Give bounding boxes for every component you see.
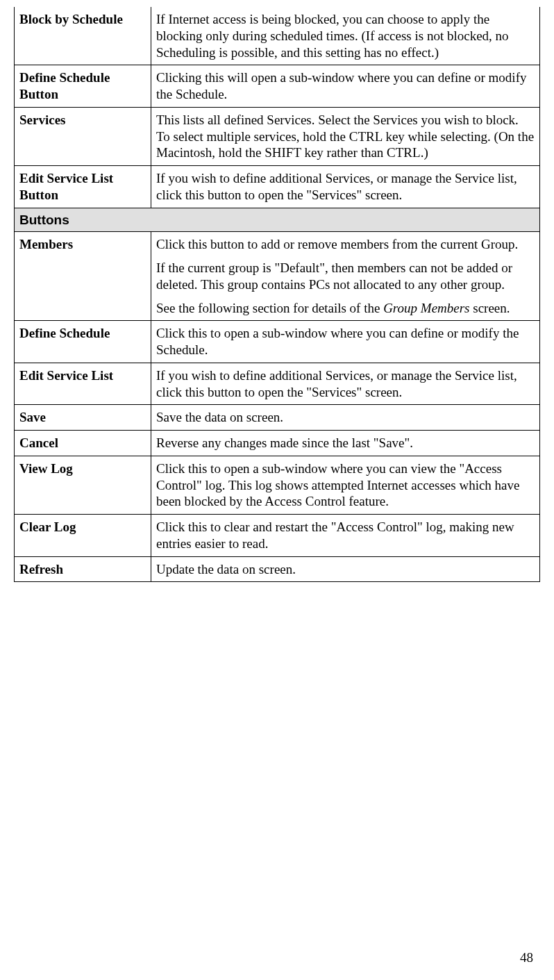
desc-paragraph: Click this button to add or remove membe… <box>156 236 535 253</box>
desc-paragraph: If the current group is "Default", then … <box>156 260 535 293</box>
row-description: Save the data on screen. <box>151 405 540 431</box>
table-row: ServicesThis lists all defined Services.… <box>15 107 540 165</box>
definition-table: Block by ScheduleIf Internet access is b… <box>14 7 540 582</box>
row-label: Members <box>15 232 151 321</box>
row-label: Define Schedule <box>15 321 151 363</box>
table-row: View LogClick this to open a sub-window … <box>15 456 540 514</box>
table-row: Block by ScheduleIf Internet access is b… <box>15 7 540 65</box>
table-row: SaveSave the data on screen. <box>15 405 540 431</box>
row-label: View Log <box>15 456 151 514</box>
table-row: Define ScheduleClick this to open a sub-… <box>15 321 540 363</box>
table-row: Edit Service ListIf you wish to define a… <box>15 363 540 405</box>
row-label: Define Schedule Button <box>15 65 151 108</box>
table-row: RefreshUpdate the data on screen. <box>15 556 540 582</box>
row-label: Edit Service List Button <box>15 166 151 208</box>
row-description: This lists all defined Services. Select … <box>151 107 540 165</box>
row-label: Edit Service List <box>15 363 151 405</box>
section-row: Buttons <box>15 208 540 232</box>
row-label: Save <box>15 405 151 431</box>
table-row: Edit Service List ButtonIf you wish to d… <box>15 166 540 208</box>
row-description: Click this button to add or remove membe… <box>151 232 540 321</box>
row-label: Services <box>15 107 151 165</box>
table-row: Members Click this button to add or remo… <box>15 232 540 321</box>
section-header: Buttons <box>15 208 540 232</box>
row-description: Click this to open a sub-window where yo… <box>151 321 540 363</box>
row-description: Click this to open a sub-window where yo… <box>151 456 540 514</box>
row-label: Clear Log <box>15 515 151 557</box>
row-description: Clicking this will open a sub-window whe… <box>151 65 540 108</box>
table-row: Clear LogClick this to clear and restart… <box>15 515 540 557</box>
row-description: If you wish to define additional Service… <box>151 363 540 405</box>
row-description: Click this to clear and restart the "Acc… <box>151 515 540 557</box>
row-description: Update the data on screen. <box>151 556 540 582</box>
row-label: Cancel <box>15 431 151 456</box>
row-description: If Internet access is being blocked, you… <box>151 7 540 65</box>
row-label: Refresh <box>15 556 151 582</box>
row-description: If you wish to define additional Service… <box>151 166 540 208</box>
desc-paragraph: See the following section for details of… <box>156 300 535 317</box>
table-row: Define Schedule ButtonClicking this will… <box>15 65 540 108</box>
row-label: Block by Schedule <box>15 7 151 65</box>
row-description: Reverse any changes made since the last … <box>151 431 540 456</box>
table-row: CancelReverse any changes made since the… <box>15 431 540 456</box>
